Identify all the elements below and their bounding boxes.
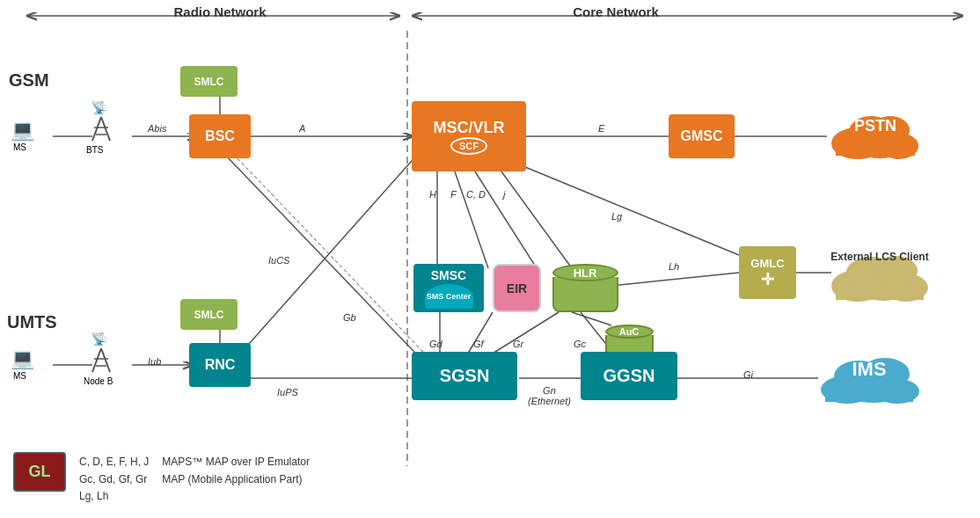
smsc-box: SMSC SMS Center <box>413 264 484 312</box>
rnc-box: RNC <box>189 343 251 387</box>
umts-label: UMTS <box>7 312 57 332</box>
pstn-cloud: PSTN <box>827 104 924 161</box>
gd-label: Gd <box>429 339 442 349</box>
bts-tower: 📡 <box>84 101 119 148</box>
sgsn-box: SGSN <box>412 352 517 400</box>
gsm-ms-icon: 💻 <box>11 119 34 142</box>
iucs-label: IuCS <box>268 255 289 266</box>
smlc-gsm-box: SMLC <box>180 66 238 97</box>
svg-line-19 <box>455 171 488 268</box>
svg-line-31 <box>92 117 101 141</box>
ims-cloud: IMS <box>816 347 922 405</box>
gn-text: Gn <box>543 385 556 396</box>
gb-label: Gb <box>343 312 356 323</box>
gn-label: Gn (Ethernet) <box>528 385 571 406</box>
gl-logo: GL <box>13 452 66 492</box>
gi-label: Gi <box>743 369 753 380</box>
gmlc-label: GMLC <box>750 257 784 270</box>
lg-label: Lg <box>611 211 622 222</box>
external-lcs-cloud: External LCS Client <box>827 242 932 303</box>
ggsn-box: GGSN <box>581 352 677 400</box>
j-label: j <box>503 189 505 200</box>
svg-rect-45 <box>836 142 915 156</box>
svg-rect-51 <box>836 284 924 300</box>
iups-label: IuPS <box>277 387 298 398</box>
legend-interfaces: C, D, E, F, H, JGc, Gd, Gf, GrLg, Lh <box>79 454 149 505</box>
ims-label: IMS <box>816 358 922 381</box>
legend-description: MAPS™ MAP over IP Emulator MAP (Mobile A… <box>162 454 310 487</box>
iub-label: Iub <box>148 356 161 367</box>
svg-line-27 <box>488 312 559 356</box>
legend-desc-line2: MAP (Mobile Application Part) <box>162 473 302 485</box>
hlr-group: HLR <box>550 259 620 317</box>
svg-line-15 <box>224 154 431 369</box>
svg-text:📡: 📡 <box>91 332 108 347</box>
eir-box: EIR <box>493 264 541 312</box>
smsc-label: SMSC <box>431 268 466 282</box>
umts-ms-label: MS <box>13 371 26 381</box>
sms-center-label: SMS Center <box>425 284 473 309</box>
gsm-label: GSM <box>9 70 49 91</box>
bsc-box: BSC <box>189 114 251 158</box>
svg-text:📡: 📡 <box>91 101 108 115</box>
core-network-label: Core Network <box>528 4 704 19</box>
svg-line-17 <box>233 154 435 365</box>
radio-network-label: Radio Network <box>132 4 308 19</box>
svg-line-24 <box>611 273 739 286</box>
smlc-umts-box: SMLC <box>180 299 238 330</box>
legend: GL C, D, E, F, H, JGc, Gd, Gf, GrLg, Lh … <box>13 452 310 505</box>
svg-line-21 <box>501 171 572 268</box>
gr-label: Gr <box>513 339 523 349</box>
diagram-container: Radio Network Core Network GSM UMTS 💻 MS… <box>0 0 980 518</box>
svg-line-37 <box>101 348 110 372</box>
msc-vlr-box: MSC/VLR SCF <box>412 101 526 171</box>
gmsc-box: GMSC <box>669 114 735 158</box>
abis-label: Abis <box>148 123 166 134</box>
node-b-tower: 📡 <box>84 332 119 379</box>
external-lcs-label: External LCS Client <box>827 251 932 265</box>
svg-line-32 <box>101 117 110 141</box>
legend-desc-line1: MAPS™ MAP over IP Emulator <box>162 456 310 468</box>
node-b-label: Node B <box>84 376 113 386</box>
gmlc-box: GMLC ✛ <box>739 246 796 299</box>
svg-line-26 <box>466 312 493 356</box>
gc-label: Gc <box>574 339 586 349</box>
svg-line-20 <box>475 171 537 268</box>
f-label: F <box>450 189 457 200</box>
scf-label: SCF <box>450 137 487 155</box>
bts-label: BTS <box>86 145 103 155</box>
lh-label: Lh <box>669 261 679 272</box>
svg-line-22 <box>515 163 739 255</box>
pstn-label: PSTN <box>827 117 924 135</box>
e-label: E <box>598 123 604 134</box>
umts-ms-icon: 💻 <box>11 347 34 370</box>
svg-rect-57 <box>825 388 913 402</box>
gf-label: Gf <box>473 339 484 349</box>
msc-vlr-label: MSC/VLR <box>434 119 505 137</box>
svg-line-16 <box>242 154 418 352</box>
gsm-ms-label: MS <box>13 142 26 152</box>
a-label: A <box>299 123 305 134</box>
h-label: H <box>429 189 436 200</box>
ethernet-text: (Ethernet) <box>528 396 571 406</box>
svg-line-36 <box>92 348 101 372</box>
cd-label: C, D <box>466 189 486 200</box>
